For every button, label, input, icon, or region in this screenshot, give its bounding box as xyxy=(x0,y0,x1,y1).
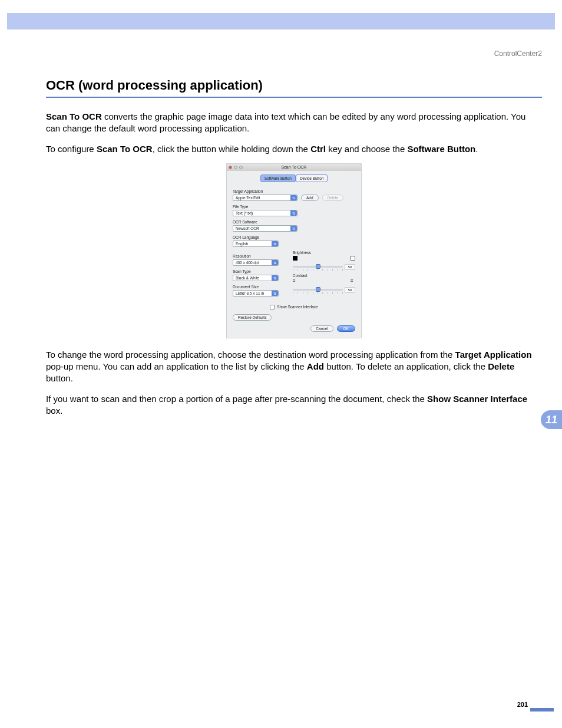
select-value: Letter 8.5 x 11 in xyxy=(233,291,272,295)
header-breadcrumb: ControlCenter2 xyxy=(494,50,542,58)
add-button[interactable]: Add xyxy=(301,195,319,201)
select-value: Black & White xyxy=(233,276,272,280)
bold-delete: Delete xyxy=(488,361,514,371)
chevron-updown-icon: ⇅ xyxy=(290,226,297,231)
text: , click the button while holding down th… xyxy=(153,144,311,154)
dialog-tabs: Software Button Device Button xyxy=(227,171,361,182)
text: button. xyxy=(46,373,73,383)
bold-ctrl: Ctrl xyxy=(310,144,326,154)
chapter-tab: 11 xyxy=(541,410,562,429)
label-resolution: Resolution xyxy=(233,254,281,258)
paragraph-intro: Scan To OCR converts the graphic page im… xyxy=(46,111,542,135)
select-file-type[interactable]: Text (*.txt) ⇅ xyxy=(233,210,297,216)
contrast-high-icon xyxy=(351,279,355,284)
bold-show-scanner-interface: Show Scanner Interface xyxy=(427,394,527,404)
tab-software-button[interactable]: Software Button xyxy=(260,174,296,182)
label-contrast: Contrast xyxy=(293,274,355,278)
label-target-application: Target Application xyxy=(233,189,355,193)
label-file-type: File Type xyxy=(233,205,355,209)
dialog-title: Scan To OCR xyxy=(227,165,361,169)
chevron-updown-icon: ⇅ xyxy=(272,260,278,265)
label-document-size: Document Size xyxy=(233,285,281,289)
paragraph-show-scanner: If you want to scan and then crop a port… xyxy=(46,393,542,417)
select-ocr-software[interactable]: Newsoft OCR ⇅ xyxy=(233,225,297,232)
select-value: Text (*.txt) xyxy=(233,211,290,215)
brightness-value: 50 xyxy=(345,264,355,270)
page-accent-bar xyxy=(530,708,554,711)
select-value: Apple TextEdit xyxy=(233,196,290,200)
slider-thumb[interactable] xyxy=(316,264,320,269)
brightness-low-icon xyxy=(293,256,297,261)
show-scanner-interface-checkbox[interactable] xyxy=(270,305,275,309)
text: pop-up menu. You can add an application … xyxy=(46,361,307,371)
text: converts the graphic page image data int… xyxy=(46,111,525,133)
tab-device-button[interactable]: Device Button xyxy=(296,174,328,182)
cancel-button[interactable]: Cancel xyxy=(310,325,333,332)
figure-dialog: Scan To OCR Software Button Device Butto… xyxy=(46,163,542,338)
bold-scan-to-ocr: Scan To OCR xyxy=(46,111,102,121)
chevron-updown-icon: ⇅ xyxy=(272,275,278,281)
bold-target-application: Target Application xyxy=(455,350,532,360)
paragraph-configure: To configure Scan To OCR, click the butt… xyxy=(46,143,542,155)
select-scan-type[interactable]: Black & White ⇅ xyxy=(233,275,279,281)
chevron-updown-icon: ⇅ xyxy=(290,195,297,200)
dialog-body: Target Application Apple TextEdit ⇅ Add … xyxy=(227,182,361,338)
text: box. xyxy=(46,406,62,416)
text: To configure xyxy=(46,144,97,154)
contrast-low-icon xyxy=(293,279,297,284)
label-scan-type: Scan Type xyxy=(233,269,281,274)
dialog-titlebar: Scan To OCR xyxy=(227,164,361,171)
select-value: 400 x 400 dpi xyxy=(233,261,272,265)
select-value: Newsoft OCR xyxy=(233,226,290,230)
scan-to-ocr-dialog: Scan To OCR Software Button Device Butto… xyxy=(226,163,362,338)
text: key and choose the xyxy=(326,144,407,154)
select-ocr-language[interactable]: English ⇅ xyxy=(233,241,279,247)
select-resolution[interactable]: 400 x 400 dpi ⇅ xyxy=(233,259,279,266)
text: . xyxy=(475,144,478,154)
restore-defaults-button[interactable]: Restore Defaults xyxy=(233,314,272,321)
text: If you want to scan and then crop a port… xyxy=(46,394,427,404)
select-value: English xyxy=(233,242,272,246)
top-band xyxy=(7,13,555,29)
bold-scan-to-ocr: Scan To OCR xyxy=(97,144,153,154)
select-target-application[interactable]: Apple TextEdit ⇅ xyxy=(233,195,297,201)
contrast-slider[interactable] xyxy=(293,289,343,291)
delete-button[interactable]: Delete xyxy=(322,195,344,201)
contrast-value: 50 xyxy=(345,287,355,293)
text: To change the word processing applicatio… xyxy=(46,350,455,360)
slider-thumb[interactable] xyxy=(316,287,320,292)
select-document-size[interactable]: Letter 8.5 x 11 in ⇅ xyxy=(233,290,279,297)
label-show-scanner-interface: Show Scanner Interface xyxy=(277,305,318,309)
bold-add: Add xyxy=(307,361,324,371)
ok-button[interactable]: OK xyxy=(337,325,355,332)
brightness-high-icon xyxy=(351,256,355,261)
chevron-updown-icon: ⇅ xyxy=(290,210,297,216)
page-number: 201 xyxy=(517,701,528,708)
bold-software-button: Software Button xyxy=(407,144,475,154)
brightness-slider[interactable] xyxy=(293,266,343,268)
section-heading: OCR (word processing application) xyxy=(46,78,542,98)
chevron-updown-icon: ⇅ xyxy=(272,241,278,246)
label-brightness: Brightness xyxy=(293,251,355,255)
text: button. To delete an application, click … xyxy=(324,361,488,371)
label-ocr-software: OCR Software xyxy=(233,220,355,224)
chevron-updown-icon: ⇅ xyxy=(272,291,278,296)
label-ocr-language: OCR Language xyxy=(233,235,355,239)
paragraph-target-app: To change the word processing applicatio… xyxy=(46,349,542,385)
page-content: OCR (word processing application) Scan T… xyxy=(46,78,542,425)
